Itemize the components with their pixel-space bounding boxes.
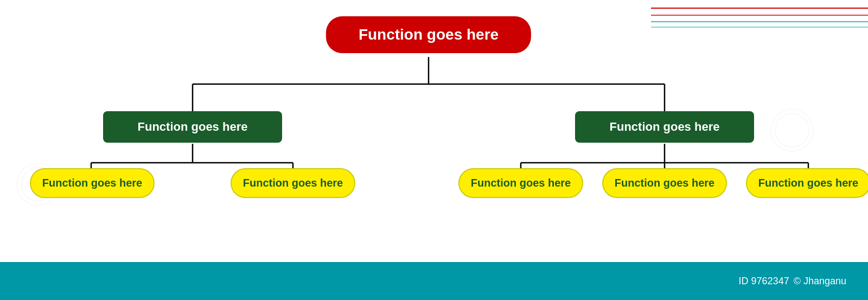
level3-right-3-node: Function goes here: [746, 168, 868, 198]
level3-right-1-node: Function goes here: [458, 168, 583, 198]
footer-id: ID 9762347: [739, 276, 789, 287]
footer-bar: ID 9762347 © Jhanganu: [0, 262, 868, 300]
level3-left-2-node: Function goes here: [231, 168, 355, 198]
level3-right-2-node: Function goes here: [602, 168, 727, 198]
level2-right-node: Function goes here: [575, 111, 754, 143]
footer-copyright: © Jhanganu: [794, 276, 846, 287]
root-node: Function goes here: [326, 16, 531, 53]
level2-left-node: Function goes here: [103, 111, 282, 143]
level3-left-1-node: Function goes here: [30, 168, 155, 198]
